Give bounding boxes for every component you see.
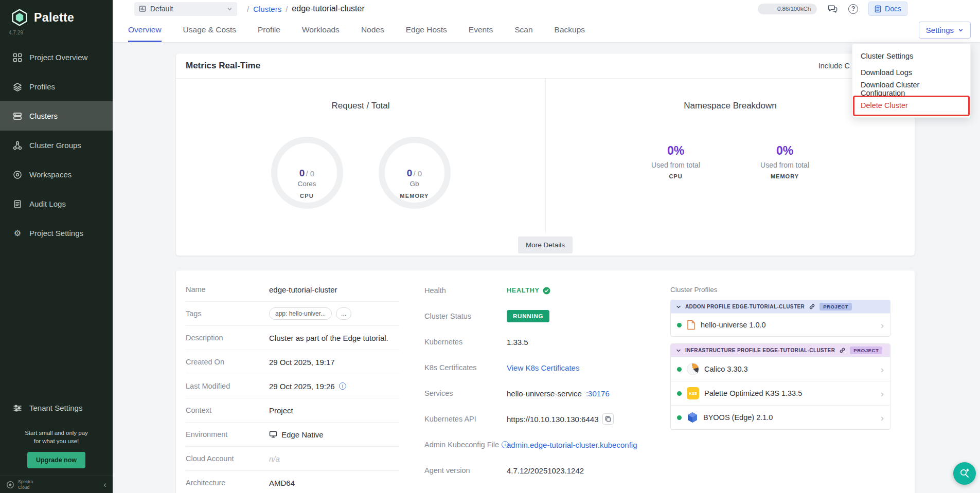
grid-icon bbox=[13, 53, 22, 62]
tab-profile[interactable]: Profile bbox=[258, 17, 280, 42]
sidebar-item-profiles[interactable]: Profiles bbox=[0, 72, 113, 101]
help-icon[interactable]: ? bbox=[848, 4, 858, 14]
metrics-title: Metrics Real-Time bbox=[176, 61, 260, 71]
document-icon bbox=[875, 5, 881, 13]
copy-icon[interactable] bbox=[602, 413, 614, 425]
promo-line: for what you use! bbox=[0, 437, 113, 446]
manifest-icon bbox=[687, 320, 696, 330]
tab-usage-costs[interactable]: Usage & Costs bbox=[183, 17, 236, 42]
project-selector[interactable]: Default bbox=[134, 2, 237, 16]
view-k8s-certificates-link[interactable]: View K8s Certificates bbox=[507, 363, 579, 372]
upgrade-now-button[interactable]: Upgrade now bbox=[27, 452, 85, 468]
sidebar-item-cluster-groups[interactable]: Cluster Groups bbox=[0, 131, 113, 160]
palette-app: { "app": {"name": "Palette", "version": … bbox=[0, 0, 980, 493]
request-total-section: Request / Total 0/ 0 Cores CPU 0/ 0 bbox=[176, 79, 546, 233]
menu-item-download-cluster-configuration[interactable]: Download Cluster Configuration bbox=[852, 81, 970, 97]
docs-button[interactable]: Docs bbox=[868, 2, 907, 16]
breadcrumb-clusters-link[interactable]: Clusters bbox=[253, 5, 281, 13]
memory-usage-percent: 0% bbox=[746, 144, 824, 158]
byoos-cube-icon bbox=[687, 412, 698, 423]
cpu-unit: Cores bbox=[297, 179, 316, 189]
project-scope-badge: PROJECT bbox=[819, 303, 852, 311]
info-row-services: Services hello-universe-service :30176 bbox=[424, 380, 640, 406]
tab-workloads[interactable]: Workloads bbox=[302, 17, 340, 42]
tab-edge-hosts[interactable]: Edge Hosts bbox=[406, 17, 447, 42]
sidebar-item-tenant-settings[interactable]: Tenant Settings bbox=[0, 396, 113, 421]
info-row-cloud-account: Cloud Account n/a bbox=[186, 447, 400, 471]
tab-bar: Overview Usage & Costs Profile Workloads… bbox=[113, 17, 980, 43]
chat-icon[interactable] bbox=[827, 4, 838, 14]
include-control-plane-label[interactable]: Include C bbox=[818, 53, 850, 79]
check-circle-icon bbox=[543, 287, 550, 295]
infrastructure-profile-header[interactable]: INFRASTRUCTURE PROFILE EDGE-TUTORIAL-CLU… bbox=[671, 344, 890, 357]
network-icon bbox=[13, 141, 22, 150]
gear-icon: ⚙ bbox=[13, 229, 22, 238]
sidebar-item-clusters[interactable]: Clusters bbox=[0, 101, 113, 131]
cpu-usage-stat: 0% Used from total CPU bbox=[637, 144, 715, 179]
support-launcher-button[interactable] bbox=[953, 462, 976, 485]
spectro-cloud-logo bbox=[6, 481, 14, 489]
service-port-link[interactable]: :30176 bbox=[586, 389, 610, 398]
profile-layer-k3s[interactable]: K3S Palette Optimized K3S 1.33.5 › bbox=[671, 381, 890, 405]
profile-layer-calico[interactable]: Calico 3.30.3 › bbox=[671, 357, 890, 381]
tags-more-chip[interactable]: ... bbox=[336, 307, 351, 320]
more-details-button[interactable]: More Details bbox=[518, 236, 573, 253]
info-row-last-modified: Last Modified 29 Oct 2025, 19:26 i bbox=[186, 374, 400, 398]
cpu-usage-percent: 0% bbox=[637, 144, 715, 158]
sidebar-collapse-icon[interactable]: ‹ bbox=[103, 480, 106, 489]
metrics-card: Metrics Real-Time Include C Request / To… bbox=[175, 53, 915, 256]
info-row-k8s-certificates: K8s Certificates View K8s Certificates bbox=[424, 355, 640, 380]
profile-layer-hello-universe[interactable]: hello-universe 1.0.0 › bbox=[671, 313, 890, 336]
sidebar-item-audit-logs[interactable]: Audit Logs bbox=[0, 189, 113, 218]
calico-icon bbox=[687, 363, 699, 375]
status-dot bbox=[677, 323, 682, 327]
addon-profile-header[interactable]: ADDON PROFILE EDGE-TUTORIAL-CLUSTER PROJ… bbox=[671, 300, 890, 313]
sidebar-item-project-overview[interactable]: Project Overview bbox=[0, 43, 113, 72]
tab-nodes[interactable]: Nodes bbox=[361, 17, 384, 42]
logo-row: Palette bbox=[0, 0, 113, 28]
memory-gauge: 0/ 0 Gb MEMORY bbox=[379, 137, 451, 209]
metrics-header: Metrics Real-Time Include C bbox=[176, 53, 915, 79]
sidebar-item-project-settings[interactable]: ⚙ Project Settings bbox=[0, 218, 113, 248]
chevron-down-ic_on bbox=[676, 348, 681, 353]
info-row-architecture: Architecture AMD64 bbox=[186, 471, 400, 493]
info-row-health: Health HEALTHY bbox=[424, 278, 640, 303]
project-scope-badge: PROJECT bbox=[850, 346, 882, 354]
menu-item-delete-cluster[interactable]: Delete Cluster bbox=[852, 97, 970, 114]
link-icon bbox=[839, 347, 846, 354]
project-scope-icon bbox=[139, 5, 146, 12]
sidebar-item-label: Audit Logs bbox=[29, 199, 66, 208]
k3s-icon: K3S bbox=[687, 387, 699, 399]
addon-profile-group: ADDON PROFILE EDGE-TUTORIAL-CLUSTER PROJ… bbox=[670, 300, 890, 337]
settings-button[interactable]: Settings bbox=[919, 22, 971, 39]
info-row-cluster-status: Cluster Status RUNNING bbox=[424, 303, 640, 329]
sidebar-nav: Project Overview Profiles Clusters Clust… bbox=[0, 43, 113, 248]
promo-line: Start small and only pay bbox=[0, 429, 113, 437]
sidebar-item-label: Tenant Settings bbox=[29, 404, 82, 412]
sidebar-item-workspaces[interactable]: Workspaces bbox=[0, 160, 113, 189]
app-version: 4.7.29 bbox=[0, 30, 113, 35]
clusters-icon bbox=[13, 112, 22, 121]
menu-item-cluster-settings[interactable]: Cluster Settings bbox=[852, 48, 970, 64]
namespace-stats-row: 0% Used from total CPU 0% Used from tota… bbox=[546, 144, 915, 179]
cluster-info-left-column: Name edge-tutorial-cluster Tags app: hel… bbox=[176, 278, 410, 493]
tab-events[interactable]: Events bbox=[469, 17, 493, 42]
usage-meter[interactable]: 0.86/100kCh bbox=[758, 4, 817, 14]
info-icon[interactable]: i bbox=[339, 382, 346, 390]
topbar-actions: 0.86/100kCh ? Docs bbox=[758, 2, 907, 16]
tab-backups[interactable]: Backups bbox=[555, 17, 585, 42]
breadcrumb-separator: / bbox=[247, 5, 249, 13]
tab-scan[interactable]: Scan bbox=[514, 17, 532, 42]
audit-log-icon bbox=[13, 199, 22, 209]
kubeconfig-download-link[interactable]: admin.edge-tutorial-cluster.kubeconfig bbox=[507, 441, 637, 449]
info-row-name: Name edge-tutorial-cluster bbox=[186, 278, 400, 302]
memory-usage-label: MEMORY bbox=[746, 173, 824, 179]
profile-layer-byoos[interactable]: BYOOS (Edge) 2.1.0 › bbox=[671, 405, 890, 429]
menu-item-download-logs[interactable]: Download Logs bbox=[852, 64, 970, 81]
sidebar: Palette 4.7.29 Project Overview Profiles… bbox=[0, 0, 113, 493]
sidebar-item-label: Project Overview bbox=[29, 53, 87, 62]
memory-usage-caption: Used from total bbox=[746, 161, 824, 169]
cluster-info-card: Name edge-tutorial-cluster Tags app: hel… bbox=[175, 270, 915, 493]
info-row-description: Description Cluster as part of the Edge … bbox=[186, 326, 400, 350]
tab-overview[interactable]: Overview bbox=[128, 17, 162, 42]
